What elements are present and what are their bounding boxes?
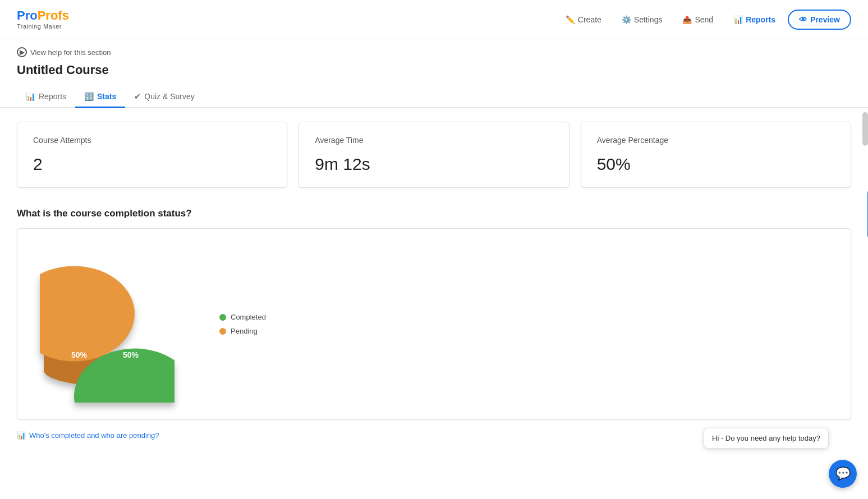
help-link[interactable]: ▶ View help for this section bbox=[17, 47, 851, 57]
gear-icon: ⚙️ bbox=[622, 15, 631, 24]
pie-chart-wrapper: 50% 50% bbox=[40, 246, 174, 403]
reports-chart-icon: 📊 bbox=[733, 15, 743, 24]
stat-card-avg-pct: Average Percentage 50% bbox=[581, 122, 851, 188]
pie-label-pending: 50% bbox=[71, 350, 88, 359]
nav-send[interactable]: 📤 Send bbox=[674, 11, 721, 29]
tab-quiz-survey[interactable]: ✔ Quiz & Survey bbox=[125, 86, 203, 108]
logo-brand: ProProfs bbox=[17, 9, 69, 22]
pie-label-completed: 50% bbox=[123, 350, 139, 359]
top-nav: ✏️ Create ⚙️ Settings 📤 Send 📊 Reports 👁… bbox=[558, 10, 851, 30]
logo-profs: Profs bbox=[38, 8, 69, 22]
logo-pro: Pro bbox=[17, 8, 38, 22]
stat-card-avg-time: Average Time 9m 12s bbox=[298, 122, 569, 188]
legend-pending-label: Pending bbox=[231, 327, 258, 335]
who-completed-text: Who's completed and who are pending? bbox=[29, 431, 159, 440]
pie-chart-svg: 50% 50% bbox=[40, 246, 174, 403]
chart-legend: Completed Pending bbox=[219, 313, 266, 335]
header: ProProfs Training Maker ✏️ Create ⚙️ Set… bbox=[0, 0, 868, 39]
eye-icon: 👁 bbox=[799, 15, 807, 24]
nav-reports[interactable]: 📊 Reports bbox=[725, 11, 783, 29]
preview-button[interactable]: 👁 Preview bbox=[788, 10, 851, 30]
pencil-icon: ✏️ bbox=[566, 15, 575, 24]
logo: ProProfs Training Maker bbox=[17, 9, 69, 29]
chart-section-title: What is the course completion status? bbox=[17, 208, 851, 219]
course-attempts-value: 2 bbox=[33, 155, 271, 174]
nav-create[interactable]: ✏️ Create bbox=[558, 11, 609, 29]
stat-cards: Course Attempts 2 Average Time 9m 12s Av… bbox=[17, 122, 851, 188]
help-circle-icon: ▶ bbox=[17, 47, 27, 57]
tab-reports[interactable]: 📊 Reports bbox=[17, 86, 75, 108]
tab-stats[interactable]: 🔢 Stats bbox=[75, 86, 125, 108]
page-title: Untitled Course bbox=[17, 63, 851, 77]
scrollbar[interactable] bbox=[862, 112, 868, 146]
legend-pending: Pending bbox=[219, 327, 266, 335]
avg-time-label: Average Time bbox=[315, 136, 553, 145]
tabs-bar: 📊 Reports 🔢 Stats ✔ Quiz & Survey bbox=[0, 86, 868, 108]
avg-pct-value: 50% bbox=[597, 155, 835, 174]
logo-text: ProProfs Training Maker bbox=[17, 9, 69, 29]
send-icon: 📤 bbox=[682, 15, 692, 24]
logo-sub: Training Maker bbox=[17, 23, 69, 30]
chat-help-text: Hi - Do you need any help today? bbox=[704, 428, 829, 449]
avg-time-value: 9m 12s bbox=[315, 155, 553, 174]
tab-reports-icon: 📊 bbox=[26, 92, 35, 101]
chart-icon-small: 📊 bbox=[17, 431, 26, 440]
top-bar: ▶ View help for this section Untitled Co… bbox=[0, 39, 868, 77]
legend-completed: Completed bbox=[219, 313, 266, 321]
avg-pct-label: Average Percentage bbox=[597, 136, 835, 145]
nav-settings[interactable]: ⚙️ Settings bbox=[614, 11, 670, 29]
tab-stats-icon: 🔢 bbox=[84, 92, 94, 101]
legend-dot-completed bbox=[219, 314, 226, 321]
pie-slice-pending bbox=[40, 266, 135, 355]
main-content: Course Attempts 2 Average Time 9m 12s Av… bbox=[0, 108, 868, 453]
chart-container: 50% 50% Completed Pending bbox=[17, 228, 851, 420]
stat-card-attempts: Course Attempts 2 bbox=[17, 122, 287, 188]
legend-dot-pending bbox=[219, 328, 226, 335]
course-attempts-label: Course Attempts bbox=[33, 136, 271, 145]
tab-quiz-icon: ✔ bbox=[134, 92, 141, 101]
legend-completed-label: Completed bbox=[231, 313, 266, 321]
help-link-text: View help for this section bbox=[30, 48, 111, 57]
